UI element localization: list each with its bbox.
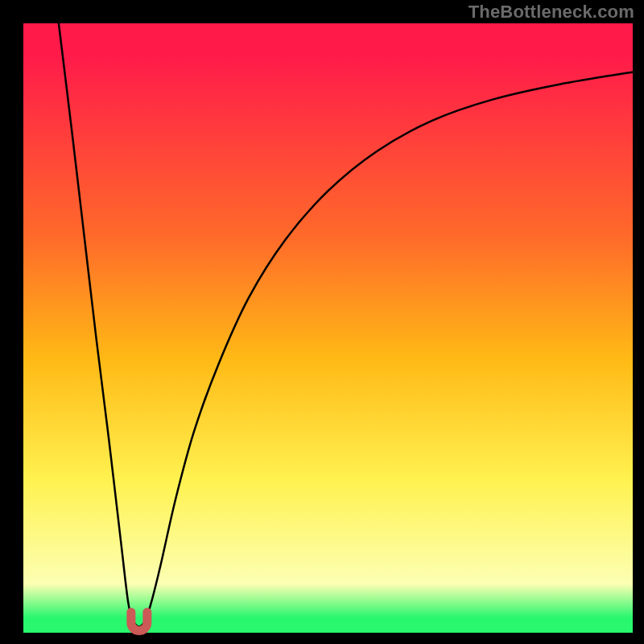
curve-bottleneck-curve bbox=[59, 23, 633, 626]
minimum-marker-icon bbox=[131, 612, 147, 630]
bottleneck-curve bbox=[0, 0, 644, 644]
chart-frame: TheBottleneck.com bbox=[0, 0, 644, 644]
